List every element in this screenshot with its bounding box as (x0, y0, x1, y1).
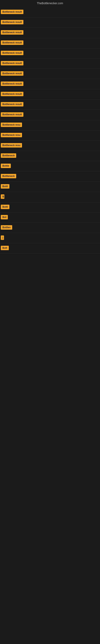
bottleneck-badge[interactable]: Bottleneck resu (1, 133, 22, 137)
bottleneck-badge[interactable]: Bottleneck result (1, 30, 23, 34)
result-row: Bottleneck result (0, 48, 100, 58)
bottleneck-badge[interactable]: B (1, 194, 4, 199)
bottleneck-badge[interactable]: Bottleneck (1, 174, 16, 178)
result-row: Bottlen (0, 223, 100, 233)
bottleneck-badge[interactable]: Bottleneck result (1, 40, 23, 45)
bottleneck-badge[interactable]: Bottle (1, 164, 11, 168)
result-row: Bottleneck result (0, 79, 100, 89)
bottleneck-badge[interactable]: Bottleneck resu (1, 143, 22, 148)
result-row: Bottl (0, 202, 100, 212)
result-row: Bottleneck result (0, 7, 100, 18)
site-header: TheBottlenecker.com (0, 0, 100, 7)
result-row: | (0, 233, 100, 243)
bottleneck-badge[interactable]: Bottleneck resu (1, 122, 22, 127)
bottleneck-badge[interactable]: Bottleneck result (1, 82, 23, 86)
result-row: Bottleneck result (0, 69, 100, 79)
result-row: Bott (0, 243, 100, 254)
result-row: Bottleneck result (0, 100, 100, 110)
bottleneck-badge[interactable]: Bott (1, 246, 9, 250)
bottleneck-badge[interactable]: Bottleneck result (1, 92, 23, 96)
result-row: Bottleneck result (0, 38, 100, 48)
bottleneck-badge[interactable]: Bottleneck result (1, 20, 23, 24)
result-row: Bottleneck resu (0, 120, 100, 130)
bottleneck-badge[interactable]: Bottleneck (1, 153, 16, 158)
result-row: Bottl (0, 182, 100, 192)
results-list: Bottleneck resultBottleneck resultBottle… (0, 7, 100, 254)
result-row: Bottleneck result (0, 110, 100, 120)
bottleneck-badge[interactable]: Bot (1, 215, 8, 219)
bottleneck-badge[interactable]: Bottl (1, 205, 9, 209)
result-row: Bottleneck result (0, 28, 100, 38)
result-row: Bottleneck result (0, 18, 100, 28)
bottleneck-badge[interactable]: Bottleneck result (1, 112, 23, 117)
bottleneck-badge[interactable]: Bottl (1, 184, 9, 188)
result-row: Bottleneck resu (0, 130, 100, 141)
bottleneck-badge[interactable]: Bottlen (1, 225, 12, 230)
bottleneck-badge[interactable]: Bottleneck result (1, 61, 23, 66)
result-row: Bottleneck resu (0, 141, 100, 151)
site-title: TheBottlenecker.com (37, 2, 63, 5)
result-row: Bottleneck (0, 151, 100, 161)
result-row: Bot (0, 212, 100, 223)
result-row: B (0, 192, 100, 202)
bottleneck-badge[interactable]: Bottleneck result (1, 102, 23, 106)
bottleneck-badge[interactable]: | (1, 236, 4, 240)
result-row: Bottle (0, 161, 100, 172)
result-row: Bottleneck result (0, 89, 100, 100)
result-row: Bottleneck (0, 172, 100, 182)
bottleneck-badge[interactable]: Bottleneck result (1, 71, 23, 76)
bottleneck-badge[interactable]: Bottleneck result (1, 10, 23, 14)
result-row: Bottleneck result (0, 58, 100, 69)
bottleneck-badge[interactable]: Bottleneck result (1, 51, 23, 55)
